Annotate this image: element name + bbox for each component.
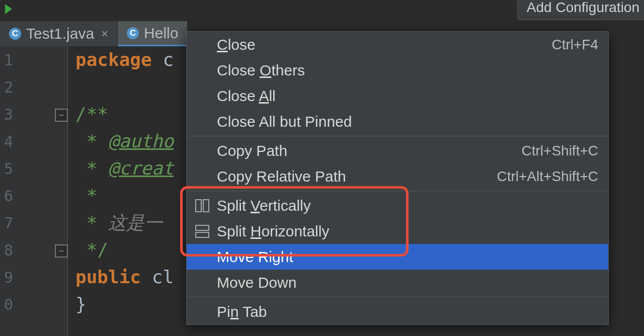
code-keyword: public bbox=[75, 267, 141, 287]
split-horizontal-icon bbox=[194, 223, 211, 239]
split-vertical-icon bbox=[194, 198, 211, 214]
class-icon: C bbox=[9, 28, 21, 40]
menu-pin-tab[interactable]: Pin Tab bbox=[187, 299, 608, 324]
line-number: 5 bbox=[0, 155, 67, 182]
code-comment: */ bbox=[75, 239, 108, 260]
menu-split-horizontally[interactable]: Split Horizontally bbox=[187, 218, 608, 244]
close-icon[interactable]: × bbox=[101, 27, 108, 41]
line-number: 7 bbox=[0, 209, 67, 236]
tab-context-menu: Close Ctrl+F4 Close Others Close All Clo… bbox=[186, 31, 609, 325]
menu-copy-path[interactable]: Copy Path Ctrl+Shift+C bbox=[187, 138, 608, 163]
menu-close-others[interactable]: Close Others bbox=[187, 57, 608, 83]
menu-move-down[interactable]: Move Down bbox=[187, 270, 608, 295]
tab-label: Hello bbox=[144, 25, 178, 42]
tab-hello[interactable]: C Hello bbox=[118, 21, 188, 46]
code-comment: * bbox=[75, 212, 108, 233]
add-configuration-button[interactable]: Add Configuration bbox=[517, 0, 644, 20]
fold-icon[interactable]: − bbox=[55, 109, 68, 122]
code-doc-tag: @autho bbox=[108, 131, 174, 151]
shortcut-label: Ctrl+F4 bbox=[551, 37, 598, 53]
menu-close-all-but-pinned[interactable]: Close All but Pinned bbox=[187, 109, 608, 134]
code-text: c bbox=[152, 49, 174, 70]
editor-gutter: 1 2 3 4 5 6 7 8 9 0 − − bbox=[0, 46, 68, 336]
tab-bar: C Test1.java × C Hello bbox=[0, 21, 188, 46]
code-comment: /** bbox=[75, 104, 108, 124]
line-number: 2 bbox=[0, 73, 67, 101]
code-text: cl bbox=[141, 267, 174, 287]
code-comment: * bbox=[75, 131, 108, 151]
menu-move-right[interactable]: Move Right bbox=[187, 244, 608, 270]
code-keyword: package bbox=[75, 49, 152, 70]
menu-copy-relative-path[interactable]: Copy Relative Path Ctrl+Alt+Shift+C bbox=[187, 163, 608, 189]
menu-separator bbox=[187, 136, 608, 136]
shortcut-label: Ctrl+Alt+Shift+C bbox=[497, 169, 598, 185]
menu-close[interactable]: Close Ctrl+F4 bbox=[187, 32, 608, 57]
tab-label: Test1.java bbox=[26, 25, 94, 42]
run-icon[interactable] bbox=[5, 4, 12, 14]
menu-close-all[interactable]: Close All bbox=[187, 83, 608, 109]
class-icon: C bbox=[127, 27, 139, 39]
svg-rect-0 bbox=[196, 200, 201, 212]
code-comment-text: 这是一 bbox=[108, 212, 163, 233]
shortcut-label: Ctrl+Shift+C bbox=[522, 143, 599, 159]
code-editor[interactable]: package c /** * @autho * @creat * * 这是一 … bbox=[75, 46, 174, 318]
line-number: 4 bbox=[0, 128, 67, 155]
line-number: 6 bbox=[0, 182, 67, 209]
svg-rect-2 bbox=[196, 225, 209, 230]
menu-separator bbox=[187, 191, 608, 191]
line-number: 1 bbox=[0, 46, 67, 73]
fold-icon[interactable]: − bbox=[55, 244, 68, 258]
code-comment: * bbox=[75, 158, 108, 179]
menu-separator bbox=[187, 297, 608, 297]
line-number: 9 bbox=[0, 264, 67, 291]
svg-rect-1 bbox=[203, 200, 209, 212]
line-number: 0 bbox=[0, 291, 67, 318]
menu-split-vertically[interactable]: Split Vertically bbox=[187, 193, 608, 218]
code-comment: * bbox=[75, 185, 97, 206]
svg-rect-3 bbox=[196, 232, 209, 237]
code-text: } bbox=[75, 294, 87, 314]
tab-test1[interactable]: C Test1.java × bbox=[0, 21, 118, 46]
code-doc-tag: @creat bbox=[108, 158, 174, 179]
